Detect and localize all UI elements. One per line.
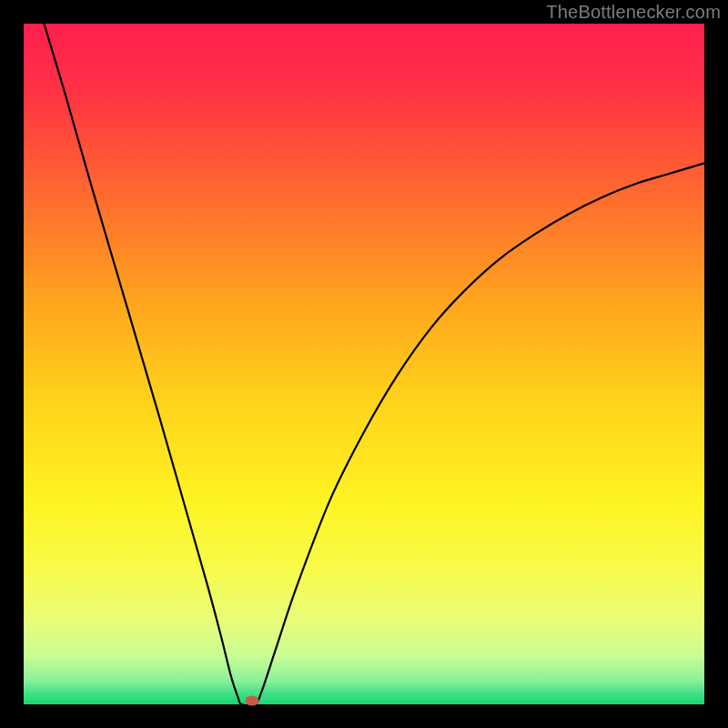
minimum-marker [245, 696, 258, 706]
bottleneck-plot [24, 24, 704, 704]
watermark-text: TheBottlenecker.com [546, 2, 721, 23]
chart-frame: TheBottlenecker.com [0, 0, 728, 728]
plot-background [24, 24, 704, 704]
